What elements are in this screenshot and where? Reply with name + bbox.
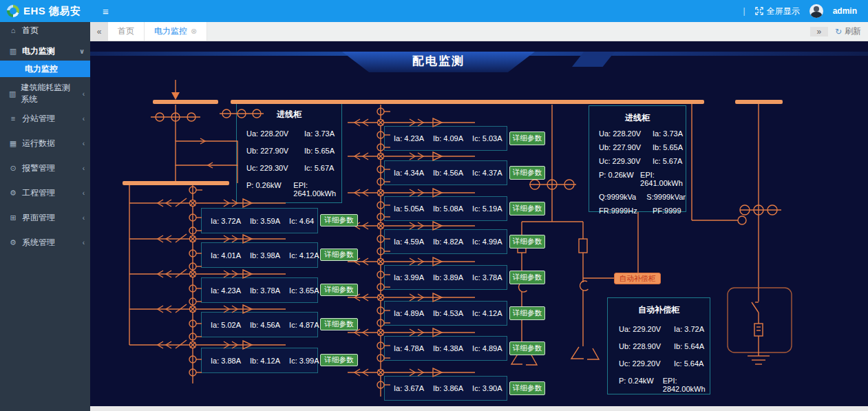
- detail-params-button[interactable]: 详细参数: [320, 284, 358, 296]
- metric: Ub: 227.90V: [246, 147, 304, 155]
- chevron-left-icon: ‹: [83, 214, 85, 222]
- bank-icon: ▥: [8, 47, 18, 56]
- auto-compensation-button[interactable]: 自动补偿柜: [614, 273, 661, 284]
- metric: EPI: 2842.00kWh: [663, 377, 710, 393]
- metric: Ia: 3.72A: [674, 325, 704, 333]
- page-title: 配电监测: [342, 53, 535, 69]
- fullscreen-button[interactable]: 全屏显示: [755, 6, 800, 17]
- metric: Ic: 5.67A: [653, 157, 682, 165]
- ic-value: Ic: 3.90A: [472, 384, 502, 392]
- feeder-reading-box: Ia: 3.67AIb: 3.86AIc: 3.90A: [384, 376, 507, 401]
- sidebar-item-label: 界面管理: [22, 212, 55, 224]
- sidebar-item-running-data[interactable]: ▦ 运行数据 ‹: [0, 135, 90, 151]
- feeder-reading-box: Ia: 3.99AIb: 3.89AIc: 3.78A: [384, 265, 507, 290]
- refresh-icon: ↻: [835, 27, 842, 36]
- window-icon: ⊞: [8, 213, 18, 222]
- ic-value: Ic: 4.37A: [472, 169, 502, 177]
- ib-value: Ib: 5.08A: [433, 204, 463, 213]
- sidebar-item-substation[interactable]: ≡ 分站管理 ‹: [0, 110, 90, 127]
- sidebar-item-power-monitoring[interactable]: ▥ 电力监测 ∨: [0, 43, 90, 59]
- tabs-scroll-left-button[interactable]: «: [90, 22, 108, 41]
- sidebar-item-interface[interactable]: ⊞ 界面管理 ‹: [0, 209, 90, 226]
- ib-value: Ib: 3.86A: [433, 384, 463, 392]
- detail-params-button[interactable]: 详细参数: [509, 341, 545, 355]
- metric: PF:9999: [653, 207, 681, 215]
- ib-value: Ib: 4.53A: [433, 309, 463, 317]
- ia-value: Ia: 4.01A: [211, 251, 241, 260]
- detail-params-button[interactable]: 详细参数: [509, 202, 545, 215]
- metric: Ib: 5.65A: [653, 143, 683, 151]
- detail-params-button[interactable]: 详细参数: [509, 131, 545, 145]
- ia-value: Ia: 3.72A: [211, 217, 241, 225]
- metric: Uc: 229.30V: [599, 157, 653, 165]
- feeder-reading-box: Ia: 3.72AIb: 3.59AIc: 4.64: [201, 208, 318, 233]
- sidebar-item-alarm[interactable]: ⊙ 报警管理 ‹: [0, 160, 90, 176]
- gears-icon: ⚙: [8, 189, 18, 198]
- hamburger-menu-icon[interactable]: ≡: [103, 6, 109, 17]
- ia-value: Ia: 5.02A: [211, 321, 241, 329]
- sidebar-item-home[interactable]: ⌂ 首页: [0, 22, 90, 39]
- tab-label: 电力监控: [154, 25, 187, 37]
- sidebar-item-engineering[interactable]: ⚙ 工程管理 ‹: [0, 185, 90, 201]
- chevron-left-icon: ‹: [83, 115, 85, 123]
- ic-value: Ic: 5.19A: [472, 204, 502, 213]
- ic-value: Ic: 4.87A: [289, 321, 319, 329]
- ic-value: Ic: 4.64: [289, 217, 314, 225]
- refresh-label: 刷新: [845, 25, 861, 37]
- bank-icon: ▥: [8, 89, 17, 98]
- refresh-button[interactable]: ↻ 刷新: [828, 25, 868, 37]
- incoming-cabinet-left-panel: 进线柜 Ua: 228.20VIa: 3.73A Ub: 227.90VIb: …: [236, 102, 342, 203]
- brand-text: EHS 德易安: [23, 5, 81, 18]
- detail-params-button[interactable]: 详细参数: [320, 214, 358, 226]
- detail-params-button[interactable]: 详细参数: [509, 271, 545, 284]
- detail-params-button[interactable]: 详细参数: [509, 166, 545, 180]
- metric: EPI: 2641.00kWh: [640, 171, 686, 187]
- ib-value: Ib: 4.56A: [433, 169, 463, 177]
- metric: FR:9999Hz: [599, 207, 653, 215]
- feeder-reading-box: Ia: 4.34AIb: 4.56AIc: 4.37A: [384, 160, 507, 185]
- brand: EHS 德易安: [0, 5, 90, 18]
- chevron-left-icon: ‹: [83, 140, 85, 147]
- ib-value: Ib: 4.09A: [433, 134, 463, 143]
- sidebar-item-label: 工程管理: [22, 187, 55, 199]
- ic-value: Ic: 5.03A: [472, 134, 502, 143]
- metric: Uc: 229.30V: [246, 164, 304, 172]
- ic-value: Ic: 3.78A: [472, 273, 502, 282]
- sidebar-item-label: 系统管理: [22, 237, 55, 249]
- detail-params-button[interactable]: 详细参数: [509, 381, 545, 395]
- ia-value: Ia: 3.88A: [211, 357, 241, 365]
- metric: Ib: 5.65A: [304, 147, 335, 155]
- sidebar: ⌂ 首页 ▥ 电力监测 ∨ 电力监控 ▥ 建筑能耗监测系统 ‹ ≡ 分站管理 ‹…: [0, 22, 90, 411]
- tab-home[interactable]: 首页: [108, 22, 145, 41]
- list-icon: ≡: [8, 114, 18, 123]
- metric: Ub: 228.90V: [619, 342, 674, 350]
- username[interactable]: admin: [833, 6, 857, 16]
- brand-ehs: EHS: [23, 5, 45, 17]
- ia-value: Ia: 4.59A: [394, 238, 424, 246]
- detail-params-button[interactable]: 详细参数: [509, 235, 545, 249]
- sidebar-item-label: 报警管理: [22, 162, 55, 174]
- sidebar-item-building-energy[interactable]: ▥ 建筑能耗监测系统 ‹: [0, 85, 90, 102]
- bottom-strip: [90, 406, 868, 411]
- chevron-down-icon: ∨: [79, 48, 85, 55]
- tab-power-monitor[interactable]: 电力监控 ⊗: [145, 22, 207, 41]
- feeder-reading-box: Ia: 3.88AIb: 4.12AIc: 3.99A: [201, 348, 318, 373]
- sidebar-item-system[interactable]: ⚙ 系统管理 ‹: [0, 234, 90, 251]
- metric: S:9999kVar: [646, 193, 686, 201]
- feeder-reading-box: Ia: 4.23AIb: 4.09AIc: 5.03A: [384, 126, 507, 151]
- tab-close-icon[interactable]: ⊗: [191, 27, 197, 36]
- detail-params-button[interactable]: 详细参数: [509, 306, 545, 320]
- fullscreen-label: 全屏显示: [767, 6, 800, 17]
- tabs-scroll-right-button[interactable]: »: [810, 27, 828, 36]
- brand-cn: 德易安: [49, 5, 81, 17]
- distribution-monitor-canvas: 配电监测 进线柜 Ua: 228.20VIa: 3.73A Ub: 227.90…: [90, 41, 868, 411]
- detail-params-button[interactable]: 详细参数: [320, 354, 358, 366]
- metric: P: 0.26kW: [599, 171, 640, 187]
- user-avatar[interactable]: [809, 4, 823, 18]
- bar-chart-icon: ▦: [8, 139, 18, 148]
- detail-params-button[interactable]: 详细参数: [320, 318, 358, 330]
- ic-value: Ic: 4.89A: [472, 344, 502, 352]
- sidebar-item-power-monitor-active[interactable]: 电力监控: [0, 61, 90, 77]
- sidebar-item-label: 运行数据: [22, 138, 55, 149]
- detail-params-button[interactable]: 详细参数: [320, 249, 358, 261]
